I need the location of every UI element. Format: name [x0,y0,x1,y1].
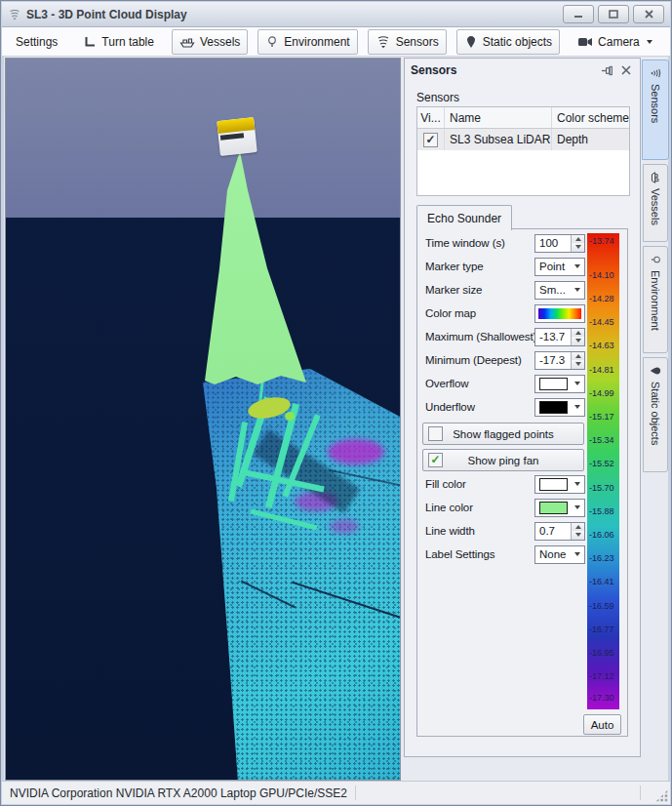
scale-label: -15.88 [589,506,619,516]
field-row: Fill color [419,472,587,496]
spin-buttons[interactable] [571,235,584,252]
scale-label: -14.81 [589,365,619,375]
status-separator [640,786,641,800]
scale-label: -14.28 [589,294,619,303]
column-header-color-scheme[interactable]: Color scheme [552,107,629,128]
side-tab-sensors[interactable]: Sensors [642,60,669,160]
field-row: Minimum (Deepest) -17.3 [419,348,587,372]
chevron-down-icon [574,482,580,486]
show-flagged-points-checkbox[interactable]: ✓ [428,426,443,441]
fill-color-picker[interactable] [534,475,585,494]
scale-label: -16.77 [589,625,619,634]
select-value: Point [535,261,573,272]
toolbar-button-vessels[interactable]: Vessels [172,29,248,55]
show-flagged-points-button[interactable]: ✓ Show flagged points [422,423,584,445]
label-settings-select[interactable]: None [534,545,585,564]
spin-down-icon[interactable] [572,337,584,345]
maximize-button[interactable] [598,5,629,23]
sensors-table: Vi... Name Color scheme ✓ SL3 Subsea LiD… [416,106,630,196]
lightbulb-icon [650,254,661,265]
field-row: Time window (s) 100 [419,231,587,255]
marker-size-select[interactable]: Sm... [534,281,585,300]
toolbar-label: Camera [598,35,640,49]
resize-grip[interactable] [655,789,668,802]
spin-up-icon[interactable] [572,352,584,361]
field-label: Overflow [425,378,534,389]
scale-label: -16.23 [589,553,619,563]
maximize-icon [609,10,618,19]
lidar-sensor-model [217,117,257,156]
tab-echo-sounder[interactable]: Echo Sounder [416,205,512,230]
minimum-deepest-spinbox[interactable]: -17.3 [534,351,585,370]
side-tab-vessels[interactable]: Vessels [643,164,668,242]
scale-label: -16.95 [589,648,619,658]
chevron-down-icon [574,505,580,509]
scale-label: -15.70 [589,483,619,493]
point-cloud-viewport[interactable] [5,58,401,781]
app-window: SL3 - 3D Point Cloud Display Settings Tu… [0,0,672,806]
spin-down-icon[interactable] [572,243,584,252]
spin-up-icon[interactable] [572,523,584,532]
toolbar-button-turn-table[interactable]: Turn table [75,29,162,55]
panel-close-button[interactable] [618,62,634,78]
auto-button[interactable]: Auto [583,714,621,735]
sensors-panel: Sensors Sensors Vi... Name Color scheme [404,58,641,757]
show-ping-fan-checkbox[interactable]: ✓ [428,453,443,467]
column-header-name[interactable]: Name [445,107,552,128]
color-map-picker[interactable] [534,304,585,323]
spin-down-icon[interactable] [572,360,584,369]
spin-value: -17.3 [535,354,571,366]
show-ping-fan-button[interactable]: ✓ Show ping fan [422,449,584,471]
maximum-shallowest-spinbox[interactable]: -13.7 [534,328,585,346]
field-label: Fill color [425,478,534,490]
side-tab-label: Static objects [650,382,661,445]
close-icon [645,10,653,19]
chevron-down-icon [647,40,652,44]
line-width-spinbox[interactable]: 0.7 [534,522,585,541]
underflow-color-picker[interactable] [534,398,585,417]
spin-buttons[interactable] [571,352,584,369]
pushpin-icon [601,64,613,77]
overflow-color-picker[interactable] [534,375,585,393]
color-scale-gradient [587,233,619,709]
color-scheme-cell: Depth [552,129,629,150]
sky-background [6,59,400,218]
spin-down-icon[interactable] [572,531,584,540]
side-tab-environment[interactable]: Environment [643,246,668,353]
line-color-picker[interactable] [534,499,585,517]
marker-type-select[interactable]: Point [534,258,585,276]
toolbar-button-settings[interactable]: Settings [8,29,65,55]
field-row: Label Settings None [419,543,587,566]
field-label: Line color [425,502,534,513]
spin-up-icon[interactable] [572,329,584,338]
camera-icon [577,36,593,48]
panel-title: Sensors [411,63,595,77]
status-separator [355,786,356,800]
table-row[interactable]: ✓ SL3 Subsea LiDAR Depth [417,129,629,150]
spin-buttons[interactable] [571,329,584,345]
close-button[interactable] [633,5,664,23]
toolbar-button-sensors[interactable]: Sensors [368,29,447,55]
field-label: Maximum (Shallowest) [425,331,534,343]
toolbar-button-static-objects[interactable]: Static objects [456,29,560,55]
spin-buttons[interactable] [571,523,584,540]
visible-checkbox[interactable]: ✓ [423,133,438,147]
structure-highlight [285,412,295,421]
panel-pin-button[interactable] [599,62,614,78]
chevron-down-icon [574,288,580,292]
field-row: Color map [419,302,587,325]
toolbar-button-environment[interactable]: Environment [257,29,357,55]
pin-icon [464,35,478,49]
spin-up-icon[interactable] [572,235,584,244]
color-swatch [539,502,568,514]
scale-label: -16.06 [589,530,619,540]
time-window-spinbox[interactable]: 100 [534,234,585,253]
sonar-icon [650,67,661,80]
lightbulb-icon [265,35,279,49]
toolbar-button-camera[interactable]: Camera [570,29,660,55]
side-tab-static-objects[interactable]: Static objects [643,357,668,472]
scale-label: -17.30 [589,693,619,703]
column-header-visible[interactable]: Vi... [417,107,445,128]
chevron-down-icon [574,552,580,556]
minimize-button[interactable] [563,5,594,23]
